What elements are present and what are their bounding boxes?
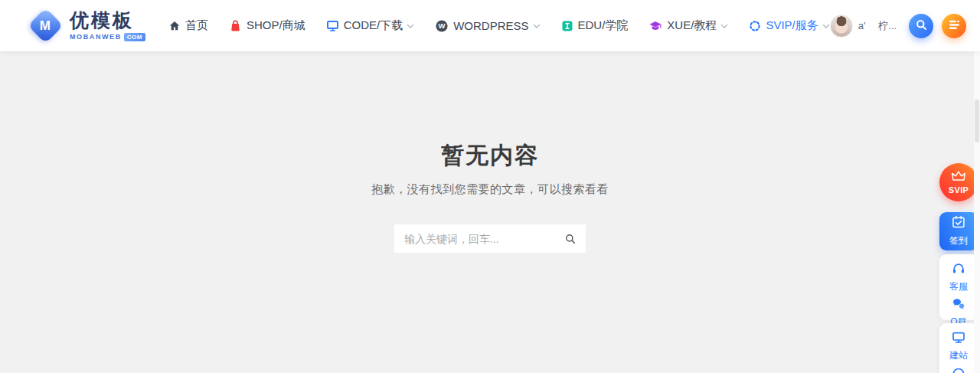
- user-nickname[interactable]: a'ゞ 柠...: [858, 19, 897, 33]
- scrollbar-thumb[interactable]: [975, 100, 979, 142]
- nav-item-edu[interactable]: EDU/学院: [561, 18, 629, 33]
- fab-checkin-label: 签到: [949, 234, 968, 247]
- headset-icon: [952, 262, 965, 278]
- monitor-icon: [326, 19, 339, 32]
- more-circle-icon: [952, 367, 965, 373]
- main-content: 暂无内容 抱歉，没有找到您需要的文章，可以搜索看看: [0, 51, 980, 373]
- main-nav: 首页 SHOP/商城 CODE/下载 W WORDPRESS: [168, 0, 830, 51]
- calendar-check-icon: [952, 215, 965, 232]
- search-button[interactable]: [909, 14, 933, 38]
- header-right-group: a'ゞ 柠...: [830, 14, 966, 38]
- site-header: M 优模板 MOBANWEB COM 首页 SHOP/商城: [0, 0, 980, 51]
- magnifier-icon[interactable]: [565, 234, 576, 244]
- logo-letter: M: [40, 18, 51, 33]
- nav-label: SHOP/商城: [247, 18, 305, 33]
- build-site-monitor-icon: [952, 331, 965, 347]
- edu-icon: [561, 20, 573, 32]
- brand-tld-badge: COM: [124, 33, 145, 41]
- svip-dashed-circle-icon: [749, 20, 761, 32]
- menu-list-icon: [949, 19, 960, 33]
- chevron-down-icon: [533, 24, 541, 29]
- content-search-box: [394, 224, 586, 253]
- chevron-down-icon: [822, 24, 830, 29]
- nav-item-svip[interactable]: SVIP/服务: [749, 18, 829, 33]
- graduation-cap-icon: [648, 20, 662, 32]
- home-icon: [168, 20, 181, 32]
- empty-message: 抱歉，没有找到您需要的文章，可以搜索看看: [0, 182, 980, 197]
- nav-label: 首页: [185, 18, 208, 33]
- fab-card-support: 客服 Q群: [939, 254, 978, 320]
- crown-icon: [951, 170, 966, 185]
- wordpress-icon: W: [435, 19, 449, 33]
- fab-more-button[interactable]: [952, 365, 965, 373]
- fab-checkin-button[interactable]: 签到: [939, 212, 978, 250]
- search-input[interactable]: [404, 233, 565, 245]
- site-logo[interactable]: M 优模板 MOBANWEB COM: [28, 8, 145, 44]
- fab-build-site-button[interactable]: 建站: [949, 329, 968, 365]
- logo-gem-icon: M: [28, 8, 63, 44]
- brand-text: 优模板 MOBANWEB COM: [70, 10, 145, 41]
- fab-svip-label: SVIP: [949, 185, 969, 195]
- menu-button[interactable]: [942, 14, 966, 38]
- svg-text:W: W: [439, 21, 446, 30]
- nav-label: WORDPRESS: [453, 19, 528, 32]
- search-icon: [916, 19, 927, 33]
- shop-bag-icon: [229, 19, 242, 32]
- nav-item-xue[interactable]: XUE/教程: [648, 18, 728, 33]
- fab-service-button[interactable]: 客服: [949, 260, 968, 296]
- fab-service-label: 客服: [949, 280, 968, 293]
- fab-build-site-label: 建站: [949, 349, 968, 362]
- brand-name-cn: 优模板: [70, 10, 145, 30]
- brand-name-en: MOBANWEB: [70, 33, 122, 41]
- user-avatar[interactable]: [830, 15, 853, 38]
- empty-title: 暂无内容: [0, 142, 980, 169]
- chat-group-icon: [952, 298, 965, 313]
- nav-label: CODE/下载: [344, 18, 403, 33]
- nav-item-code[interactable]: CODE/下载: [326, 18, 415, 33]
- nav-item-shop[interactable]: SHOP/商城: [229, 18, 305, 33]
- nav-label: XUE/教程: [667, 18, 717, 33]
- empty-state: 暂无内容 抱歉，没有找到您需要的文章，可以搜索看看: [0, 142, 980, 253]
- nav-label: SVIP/服务: [766, 18, 818, 33]
- nav-item-wordpress[interactable]: W WORDPRESS: [435, 19, 540, 33]
- nav-item-home[interactable]: 首页: [168, 18, 208, 33]
- fab-svip-button[interactable]: SVIP: [939, 163, 978, 201]
- chevron-down-icon: [407, 24, 414, 29]
- chevron-down-icon: [720, 24, 728, 29]
- fab-card-build: 建站: [939, 323, 978, 373]
- scrollbar-track: [974, 51, 980, 373]
- nav-label: EDU/学院: [578, 18, 629, 33]
